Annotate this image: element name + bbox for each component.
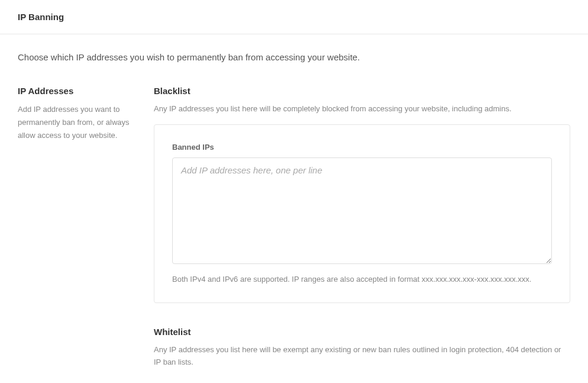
sidebar-description: Add IP addresses you want to permanently… <box>18 103 142 142</box>
blacklist-card: Banned IPs Both IPv4 and IPv6 are suppor… <box>154 124 570 304</box>
page-header: IP Banning <box>0 0 588 34</box>
banned-ips-help: Both IPv4 and IPv6 are supported. IP ran… <box>172 273 552 285</box>
whitelist-title: Whitelist <box>154 327 570 337</box>
intro-text: Choose which IP addresses you wish to pe… <box>18 52 570 62</box>
sidebar-title: IP Addresses <box>18 86 142 96</box>
whitelist-section: Whitelist Any IP addresses you list here… <box>154 327 570 369</box>
banned-ips-input[interactable] <box>172 157 552 264</box>
main-content: Blacklist Any IP addresses you list here… <box>154 86 570 383</box>
blacklist-section: Blacklist Any IP addresses you list here… <box>154 86 570 303</box>
whitelist-description: Any IP addresses you list here will be e… <box>154 344 570 369</box>
banned-ips-label: Banned IPs <box>172 143 552 152</box>
sidebar: IP Addresses Add IP addresses you want t… <box>18 86 154 383</box>
page-content: Choose which IP addresses you wish to pe… <box>0 34 588 383</box>
page-title: IP Banning <box>18 12 570 22</box>
blacklist-title: Blacklist <box>154 86 570 96</box>
blacklist-description: Any IP addresses you list here will be c… <box>154 103 570 115</box>
layout-row: IP Addresses Add IP addresses you want t… <box>18 86 570 383</box>
